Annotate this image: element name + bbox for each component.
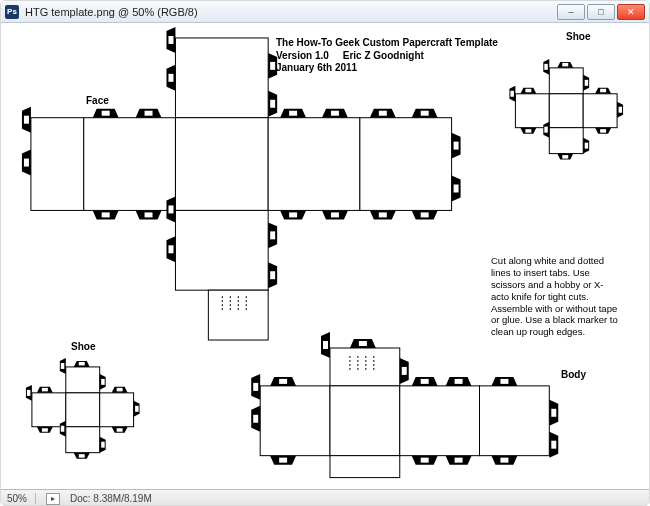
svg-rect-24 — [100, 393, 134, 427]
shoe-top-net — [509, 59, 623, 160]
minimize-button[interactable]: – — [557, 4, 585, 20]
nav-icon[interactable]: ▸ — [46, 493, 60, 505]
svg-rect-28 — [330, 386, 400, 456]
svg-rect-18 — [549, 94, 583, 128]
papercraft-artwork — [1, 23, 649, 488]
close-button[interactable]: ✕ — [617, 4, 645, 20]
svg-rect-20 — [549, 128, 583, 154]
window-titlebar: Ps HTG template.png @ 50% (RGB/8) – □ ✕ — [1, 1, 649, 23]
doc-size-info: Doc: 8.38M/8.19M — [70, 493, 152, 504]
svg-rect-21 — [66, 367, 100, 393]
svg-rect-31 — [330, 456, 400, 478]
head-net — [22, 27, 461, 340]
svg-rect-10 — [84, 118, 176, 211]
svg-rect-16 — [549, 68, 583, 94]
svg-rect-9 — [31, 118, 84, 211]
window-title: HTG template.png @ 50% (RGB/8) — [25, 6, 551, 18]
svg-rect-22 — [32, 393, 66, 427]
svg-rect-11 — [175, 118, 268, 211]
zoom-level[interactable]: 50% — [7, 493, 36, 504]
body-net — [251, 332, 558, 478]
status-bar: 50% ▸ Doc: 8.38M/8.19M — [1, 489, 649, 506]
svg-rect-27 — [260, 386, 330, 456]
window-controls: – □ ✕ — [557, 4, 645, 20]
svg-rect-14 — [175, 210, 268, 290]
document-canvas[interactable]: The How-To Geek Custom Papercraft Templa… — [1, 23, 649, 489]
app-icon: Ps — [5, 5, 19, 19]
svg-rect-8 — [175, 38, 268, 118]
svg-rect-29 — [400, 386, 480, 456]
svg-rect-26 — [330, 348, 400, 386]
svg-rect-23 — [66, 393, 100, 427]
maximize-button[interactable]: □ — [587, 4, 615, 20]
svg-rect-13 — [360, 118, 452, 211]
svg-rect-30 — [480, 386, 550, 456]
svg-rect-19 — [583, 94, 617, 128]
svg-rect-25 — [66, 427, 100, 453]
shoe-left-net — [26, 358, 140, 459]
svg-rect-17 — [515, 94, 549, 128]
svg-rect-12 — [268, 118, 360, 211]
